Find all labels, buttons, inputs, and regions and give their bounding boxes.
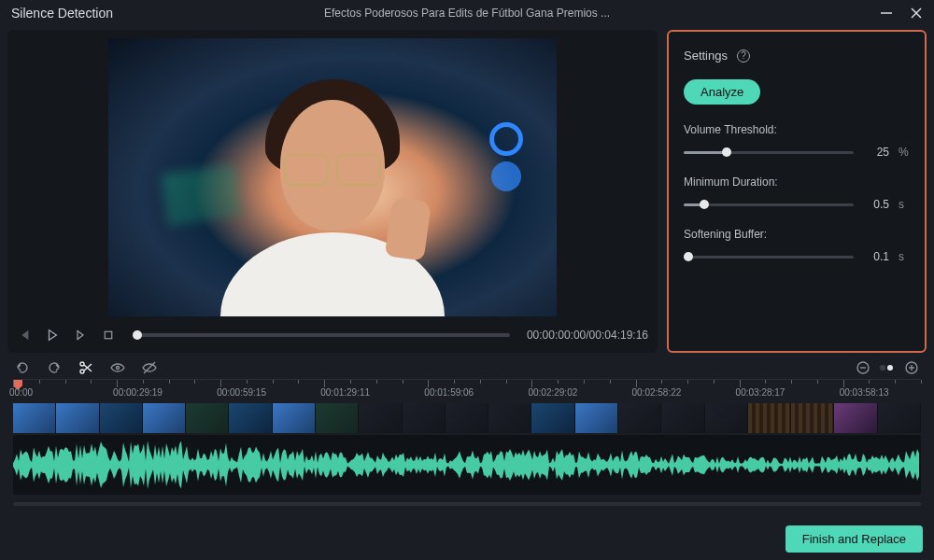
app-title: Silence Detection bbox=[11, 6, 113, 21]
progress-slider[interactable] bbox=[133, 333, 510, 337]
ruler-label: 00:02:29:02 bbox=[528, 387, 577, 398]
video-preview bbox=[17, 37, 648, 317]
video-frame[interactable] bbox=[108, 38, 557, 316]
timeline-scrollbar[interactable] bbox=[13, 502, 921, 506]
ruler-label: 00:02:58:22 bbox=[632, 387, 682, 398]
minimum-duration-slider[interactable] bbox=[684, 203, 854, 206]
softening-buffer-value: 0.1 bbox=[863, 250, 889, 263]
ruler-label: 00:01:59:06 bbox=[424, 387, 474, 398]
preview-pane: 00:00:00:00/00:04:19:16 bbox=[7, 30, 658, 353]
undo-icon[interactable] bbox=[15, 360, 30, 375]
ruler-label: 00:00:29:19 bbox=[113, 387, 163, 398]
softening-buffer-param: Softening Buffer: 0.1 s bbox=[684, 228, 910, 263]
softening-buffer-label: Softening Buffer: bbox=[684, 228, 910, 241]
minimum-duration-label: Minimum Duration: bbox=[684, 175, 910, 189]
volume-threshold-param: Volume Threshold: 25 % bbox=[684, 123, 910, 159]
eye-off-icon[interactable] bbox=[142, 360, 157, 375]
ruler-label: 00:00 bbox=[9, 387, 33, 398]
zoom-out-icon[interactable] bbox=[856, 360, 870, 375]
timeline-toolbar bbox=[0, 353, 934, 379]
prev-frame-button[interactable] bbox=[17, 328, 32, 343]
zoom-in-icon[interactable] bbox=[904, 360, 919, 375]
eye-icon[interactable] bbox=[110, 360, 125, 375]
svg-rect-3 bbox=[105, 331, 112, 339]
zoom-controls bbox=[856, 360, 919, 375]
stop-button[interactable] bbox=[101, 328, 116, 343]
project-name: Efectos Poderosos Para Edits de Fútbol G… bbox=[324, 7, 610, 20]
play-forward-button[interactable] bbox=[73, 328, 88, 343]
analyze-button[interactable]: Analyze bbox=[684, 79, 760, 105]
close-button[interactable] bbox=[910, 7, 923, 20]
waveform[interactable] bbox=[13, 435, 921, 495]
redo-icon[interactable] bbox=[47, 360, 62, 375]
time-ruler[interactable]: 00:0000:00:29:1900:00:59:1500:01:29:1100… bbox=[13, 379, 921, 403]
volume-threshold-unit: % bbox=[899, 146, 910, 159]
ruler-label: 00:03:58:13 bbox=[840, 387, 889, 398]
timeline[interactable]: 00:0000:00:29:1900:00:59:1500:01:29:1100… bbox=[0, 379, 934, 533]
softening-buffer-slider[interactable] bbox=[684, 256, 854, 259]
thumbnail-strip[interactable] bbox=[13, 403, 921, 433]
settings-heading: Settings bbox=[684, 49, 728, 63]
settings-panel: Settings ? Analyze Volume Threshold: 25 … bbox=[667, 30, 927, 353]
volume-threshold-label: Volume Threshold: bbox=[684, 123, 910, 136]
play-button[interactable] bbox=[45, 328, 60, 343]
help-icon[interactable]: ? bbox=[737, 49, 750, 63]
softening-buffer-unit: s bbox=[899, 250, 910, 263]
minimum-duration-param: Minimum Duration: 0.5 s bbox=[684, 175, 910, 211]
finish-replace-button[interactable]: Finish and Replace bbox=[785, 525, 923, 553]
minimize-button[interactable] bbox=[880, 7, 893, 20]
minimum-duration-value: 0.5 bbox=[863, 198, 889, 211]
svg-point-6 bbox=[117, 367, 120, 370]
player-controls: 00:00:00:00/00:04:19:16 bbox=[17, 323, 648, 347]
svg-point-4 bbox=[80, 362, 84, 366]
svg-point-5 bbox=[80, 370, 84, 373]
volume-threshold-slider[interactable] bbox=[684, 151, 854, 154]
volume-threshold-value: 25 bbox=[863, 146, 889, 159]
ruler-label: 00:03:28:17 bbox=[736, 387, 785, 398]
scissors-icon[interactable] bbox=[78, 360, 93, 375]
zoom-slider[interactable] bbox=[880, 365, 885, 371]
minimum-duration-unit: s bbox=[899, 198, 910, 211]
ruler-label: 00:00:59:15 bbox=[217, 387, 266, 398]
titlebar: Silence Detection Efectos Poderosos Para… bbox=[0, 0, 934, 26]
ruler-label: 00:01:29:11 bbox=[320, 387, 370, 398]
timecode-display: 00:00:00:00/00:04:19:16 bbox=[527, 329, 648, 342]
